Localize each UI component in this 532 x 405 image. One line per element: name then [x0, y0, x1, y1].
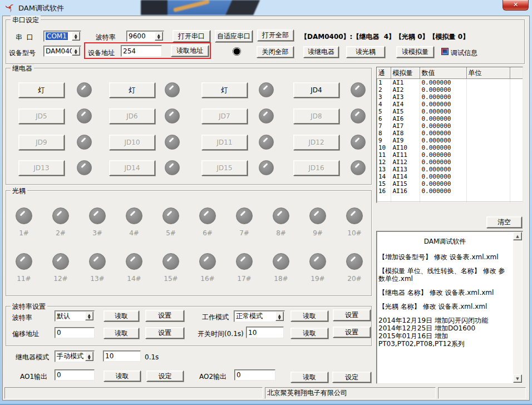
- open-serial-button[interactable]: 打开串口: [173, 30, 210, 42]
- ao1-set-button[interactable]: 设定: [146, 371, 184, 382]
- relay-button-1[interactable]: 灯: [18, 82, 65, 98]
- workmode-set-button[interactable]: 设置: [333, 309, 371, 321]
- analog-table-row-6[interactable]: 6AI60.000000: [377, 115, 523, 122]
- analog-table-row-7[interactable]: 7AI70.000000: [377, 122, 523, 130]
- analog-table-row-4[interactable]: 4AI40.000000: [377, 101, 523, 108]
- analog-table-row-11[interactable]: 11AI110.000000: [377, 151, 523, 159]
- info-entry-4: 【光耦 名称】 修改 设备表.xml.xml: [378, 303, 511, 310]
- info-scrollbar[interactable]: ▲ ▼: [513, 232, 522, 383]
- analog-table-row-5[interactable]: 5AI50.000000: [377, 108, 523, 115]
- analog-table-row-13[interactable]: 13AI130.000000: [377, 166, 523, 173]
- read-address-button[interactable]: 读取地址: [171, 45, 209, 57]
- relay-indicator-icon-13: [77, 160, 92, 175]
- analog-cell: [466, 201, 510, 203]
- analog-table-row-8[interactable]: 8AI80.000000: [377, 130, 523, 137]
- analog-cell: 2: [377, 86, 391, 93]
- ao2-set-button[interactable]: 设定: [332, 372, 371, 383]
- relay-button-7[interactable]: JD7: [201, 108, 248, 124]
- relay-mode-time-input[interactable]: 10: [103, 350, 141, 362]
- baud-value: 9600: [129, 32, 146, 40]
- analog-table-row-15[interactable]: 15AI150.000000: [377, 180, 523, 187]
- baud-read-button[interactable]: 读取: [104, 310, 139, 322]
- workmode-combobox[interactable]: 正常模式 ▲▼: [234, 310, 285, 322]
- read-analog-button[interactable]: 读模拟量: [396, 46, 434, 58]
- read-opto-button[interactable]: 读光耦: [346, 46, 385, 58]
- opto-indicator-icon-14: [126, 253, 142, 270]
- combo-arrow-icon[interactable]: ▲▼: [275, 312, 284, 321]
- analog-cell: AI5: [391, 108, 420, 115]
- combo-arrow-icon[interactable]: ▲▼: [85, 312, 93, 320]
- analog-cell: AI7: [391, 122, 420, 130]
- analog-table-row-10[interactable]: 10AI100.000000: [377, 144, 523, 151]
- relay-button-3[interactable]: 灯: [201, 82, 248, 98]
- relay-indicator-icon-9: [77, 135, 92, 150]
- opto-label-19: 19#: [306, 275, 330, 283]
- combo-arrow-icon[interactable]: ▲▼: [72, 32, 80, 41]
- relay-button-2[interactable]: 灯: [109, 82, 155, 98]
- app-window: DAM调试软件 ✕ 串口设定 串 口 COM1 ▲▼ 波特率 9600 ▲▼ 打…: [0, 0, 532, 405]
- baud-label: 波特率: [96, 33, 116, 42]
- offset-read-button[interactable]: 读取: [104, 328, 139, 339]
- ao1-read-button[interactable]: 读取: [104, 371, 141, 382]
- analog-table-row-12[interactable]: 12AI120.000000: [377, 159, 523, 166]
- switch-time-input[interactable]: 10: [246, 327, 284, 338]
- combo-arrow-icon[interactable]: ▲▼: [155, 32, 163, 41]
- analog-table-row-3[interactable]: 3AI30.000000: [377, 93, 523, 101]
- clear-button[interactable]: 清空: [486, 216, 522, 228]
- ao1-input[interactable]: 0: [55, 369, 95, 381]
- model-label: 设备型号: [9, 48, 36, 58]
- offset-address-input[interactable]: 0: [55, 327, 95, 338]
- analog-table-row-1[interactable]: 1AI10.000000: [377, 79, 523, 87]
- baud-set-button[interactable]: 设置: [145, 310, 184, 322]
- scroll-up-icon[interactable]: ▲: [513, 232, 522, 240]
- analog-cell: [466, 101, 510, 108]
- close-button[interactable]: ✕: [503, 0, 529, 11]
- relay-button-4[interactable]: JD4: [293, 82, 339, 98]
- analog-cell: [510, 79, 523, 87]
- relay-button-10[interactable]: JD10: [109, 135, 155, 150]
- switchtime-read-button[interactable]: 读取: [290, 328, 328, 339]
- analog-table-row-9[interactable]: 9AI90.000000: [377, 137, 523, 144]
- model-combobox[interactable]: DAM0400 ▲▼: [43, 46, 81, 57]
- opto-label-1: 1#: [12, 229, 36, 237]
- analog-table-row-16[interactable]: 16AI160.000000: [377, 187, 523, 195]
- relay-button-16[interactable]: JD16: [293, 160, 339, 176]
- offset-set-button[interactable]: 设置: [145, 327, 184, 339]
- open-all-button[interactable]: 打开全部: [257, 29, 294, 41]
- relay-button-12[interactable]: JD12: [293, 135, 339, 150]
- relay-button-8[interactable]: JD8: [293, 108, 339, 124]
- ao2-input[interactable]: 0: [234, 369, 275, 381]
- close-all-button[interactable]: 关闭全部: [257, 46, 294, 58]
- relay-button-9[interactable]: JD9: [18, 135, 65, 150]
- ao2-read-button[interactable]: 读取: [290, 372, 328, 383]
- relay-indicator-icon-3: [259, 82, 274, 97]
- combo-arrow-icon[interactable]: ▲▼: [85, 352, 93, 361]
- relay-button-6[interactable]: JD6: [109, 108, 155, 124]
- debug-info-label: 调试信息: [451, 48, 477, 58]
- workmode-read-button[interactable]: 读取: [290, 310, 328, 322]
- port-combobox[interactable]: COM1 ▲▼: [43, 31, 81, 42]
- read-relay-button[interactable]: 读继电器: [303, 46, 339, 58]
- switchtime-set-button[interactable]: 设置: [333, 327, 371, 338]
- baud-combobox[interactable]: 9600 ▲▼: [126, 31, 164, 42]
- analog-cell: [466, 159, 510, 166]
- relay-indicator-icon-15: [259, 160, 274, 175]
- relay-button-11[interactable]: JD11: [201, 135, 248, 150]
- device-address-input[interactable]: 254: [121, 45, 162, 57]
- analog-table-row-14[interactable]: 14AI140.000000: [377, 173, 523, 180]
- auto-serial-button[interactable]: 自适应串口: [215, 30, 253, 42]
- combo-arrow-icon[interactable]: ▲▼: [72, 47, 80, 56]
- analog-table-row-2[interactable]: 2AI20.000000: [377, 86, 523, 93]
- info-entry-1: 【增加设备型号】 修改 设备表.xml.xml: [378, 253, 511, 261]
- opto-indicator-icon-2: [52, 208, 69, 224]
- relay-button-13[interactable]: JD13: [18, 160, 65, 176]
- scroll-down-icon[interactable]: ▼: [513, 374, 522, 383]
- relay-button-5[interactable]: JD5: [18, 108, 65, 124]
- analog-table[interactable]: 通模拟量数值单位1AI10.0000002AI20.0000003AI30.00…: [376, 67, 523, 203]
- relay-mode-combobox[interactable]: 手动模式 ▲▼: [55, 350, 95, 362]
- relay-button-14[interactable]: JD14: [109, 160, 155, 176]
- baud-setting-combobox[interactable]: 默认 ▲▼: [55, 310, 95, 322]
- analog-cell: 0.000000: [420, 144, 466, 151]
- analog-cell: [466, 137, 510, 144]
- relay-button-15[interactable]: JD15: [201, 160, 248, 176]
